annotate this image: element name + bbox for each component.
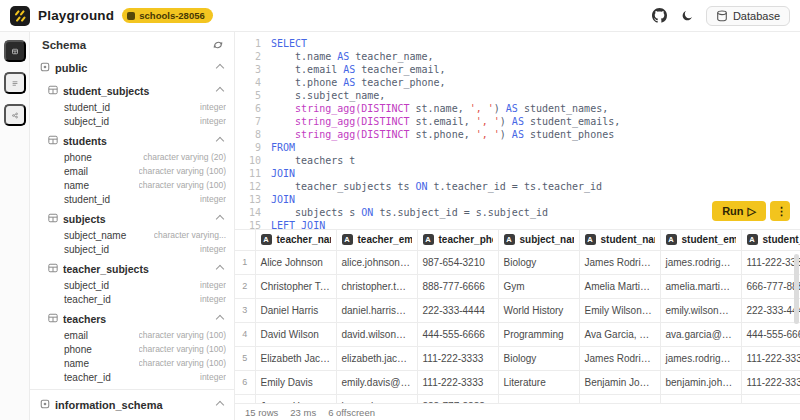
schema-tree-bottom: information_schema bbox=[30, 389, 234, 420]
result-cell[interactable]: christopher.taylor@... bbox=[336, 274, 417, 298]
result-cell[interactable]: Benjamin Johnson... bbox=[579, 370, 660, 394]
result-cell[interactable]: Daniel Harris bbox=[255, 298, 336, 322]
result-row[interactable]: 5Elizabeth Jacksonelizabeth.jackson@...1… bbox=[235, 346, 800, 370]
result-cell[interactable]: 987-654-3210 bbox=[417, 250, 498, 274]
result-cell[interactable]: benjamin.johnson@... bbox=[660, 370, 741, 394]
result-cell[interactable]: James Rodriguez, ... bbox=[579, 346, 660, 370]
result-cell[interactable]: emily.wilson@exam... bbox=[660, 298, 741, 322]
schema-item-information_schema[interactable]: information_schema bbox=[40, 395, 228, 415]
results-scrollbar[interactable] bbox=[794, 254, 799, 324]
column-header-teacher_phone[interactable]: Ateacher_phone bbox=[417, 230, 498, 250]
result-cell[interactable] bbox=[741, 394, 800, 403]
column-name: name bbox=[64, 358, 89, 369]
result-cell[interactable]: Emily Davis bbox=[255, 370, 336, 394]
run-button[interactable]: Run ▷ bbox=[712, 201, 766, 221]
column-name: student_id bbox=[64, 194, 110, 205]
result-cell[interactable]: Biology bbox=[498, 250, 579, 274]
result-cell[interactable]: ava.garcia@examp... bbox=[660, 322, 741, 346]
result-cell[interactable]: Emily Wilson, Olivia... bbox=[579, 298, 660, 322]
refresh-icon[interactable] bbox=[210, 37, 226, 53]
result-row[interactable]: 6Emily Davisemily.davis@examp...111-222-… bbox=[235, 370, 800, 394]
result-cell[interactable]: Ava Garcia, Charlot... bbox=[579, 322, 660, 346]
result-cell[interactable]: Programming bbox=[498, 322, 579, 346]
er-diagram-icon[interactable] bbox=[4, 104, 26, 126]
column-item-email: emailcharacter varying (100) bbox=[40, 328, 228, 342]
result-cell[interactable]: James Rodriguez, ... bbox=[579, 250, 660, 274]
result-cell[interactable]: james.rodriguez@e... bbox=[660, 346, 741, 370]
result-cell[interactable]: 888-777-6666 bbox=[417, 274, 498, 298]
column-type: character varying (100) bbox=[139, 358, 226, 368]
line-number: 5 bbox=[235, 89, 271, 102]
column-name: subject_id bbox=[64, 280, 109, 291]
result-cell[interactable]: 111-222-3333... bbox=[741, 250, 800, 274]
result-row[interactable]: 2Christopher Taylorchristopher.taylor@..… bbox=[235, 274, 800, 298]
result-cell[interactable]: David Wilson bbox=[255, 322, 336, 346]
schema-item-public[interactable]: public bbox=[40, 58, 228, 78]
result-cell[interactable]: 888-777-8888 bbox=[417, 394, 498, 403]
table-item-subjects[interactable]: subjects bbox=[40, 209, 228, 228]
result-cell[interactable]: daniel.harris@exam... bbox=[336, 298, 417, 322]
result-cell[interactable]: alice.johnson@exa... bbox=[336, 250, 417, 274]
result-cell[interactable]: Christopher Taylor bbox=[255, 274, 336, 298]
kebab-icon: ⋮ bbox=[776, 205, 787, 217]
result-cell[interactable]: 222-333-4444 bbox=[417, 298, 498, 322]
line-number: 12 bbox=[235, 180, 271, 193]
result-cell[interactable]: emily.davis@examp... bbox=[336, 370, 417, 394]
code-line: 2 t.name AS teacher_name, bbox=[235, 50, 800, 63]
result-cell[interactable]: james.hernandez@... bbox=[336, 394, 417, 403]
column-header-teacher_email[interactable]: Ateacher_email bbox=[336, 230, 417, 250]
chevron-up-icon bbox=[216, 136, 224, 144]
code-line: 4 t.phone AS teacher_phone, bbox=[235, 76, 800, 89]
result-row[interactable]: 1Alice Johnsonalice.johnson@exa...987-65… bbox=[235, 250, 800, 274]
column-item-teacher_id: teacher_idinteger bbox=[40, 370, 228, 384]
result-cell[interactable]: 111-222-3333 bbox=[417, 346, 498, 370]
result-cell[interactable]: Elizabeth Jackson bbox=[255, 346, 336, 370]
column-name: name bbox=[64, 180, 89, 191]
schema-explorer-icon[interactable] bbox=[4, 40, 26, 62]
result-cell[interactable]: Biology bbox=[498, 346, 579, 370]
result-cell[interactable] bbox=[579, 394, 660, 403]
result-cell[interactable]: Literature bbox=[498, 370, 579, 394]
result-cell[interactable]: amelia.martinez@e... bbox=[660, 274, 741, 298]
result-cell[interactable]: elizabeth.jackson@... bbox=[336, 346, 417, 370]
github-icon[interactable] bbox=[650, 6, 669, 25]
result-cell[interactable]: James Hernandez bbox=[255, 394, 336, 403]
sql-editor[interactable]: 1SELECT2 t.name AS teacher_name,3 t.emai… bbox=[235, 32, 800, 230]
table-item-teacher_subjects[interactable]: teacher_subjects bbox=[40, 259, 228, 278]
column-header-student_phones[interactable]: Astudent_phones bbox=[741, 230, 800, 250]
table-item-teachers[interactable]: teachers bbox=[40, 309, 228, 328]
result-cell[interactable]: Alice Johnson bbox=[255, 250, 336, 274]
result-cell[interactable]: 111-222-3333... bbox=[741, 346, 800, 370]
table-item-students[interactable]: students bbox=[40, 131, 228, 150]
chevron-up-icon bbox=[216, 214, 224, 222]
theme-toggle-moon-icon[interactable] bbox=[679, 7, 696, 24]
queries-icon[interactable] bbox=[4, 72, 26, 94]
project-badge[interactable]: schools-28056 bbox=[122, 8, 212, 23]
result-cell[interactable]: 666-777-8888... bbox=[741, 274, 800, 298]
result-row[interactable]: 3Daniel Harrisdaniel.harris@exam...222-3… bbox=[235, 298, 800, 322]
result-cell[interactable] bbox=[498, 394, 579, 403]
result-cell[interactable]: james.rodriguez@e... bbox=[660, 250, 741, 274]
top-bar: Playground schools-28056 Database bbox=[0, 0, 800, 32]
column-header-student_emails[interactable]: Astudent_emails bbox=[660, 230, 741, 250]
result-cell[interactable]: 444-555-6666 bbox=[417, 322, 498, 346]
result-cell[interactable]: Gym bbox=[498, 274, 579, 298]
result-cell[interactable]: 444-555-666... bbox=[741, 322, 800, 346]
column-header-student_names[interactable]: Astudent_names bbox=[579, 230, 660, 250]
result-cell[interactable]: 111-222-3333... bbox=[741, 370, 800, 394]
result-cell[interactable]: World History bbox=[498, 298, 579, 322]
table-item-student_subjects[interactable]: student_subjects bbox=[40, 81, 228, 100]
column-header-subject_name[interactable]: Asubject_name bbox=[498, 230, 579, 250]
run-options-button[interactable]: ⋮ bbox=[770, 201, 790, 221]
result-row[interactable]: 7James Hernandezjames.hernandez@...888-7… bbox=[235, 394, 800, 403]
result-cell[interactable]: Amelia Martinez, Is... bbox=[579, 274, 660, 298]
database-button[interactable]: Database bbox=[706, 6, 790, 26]
column-header-teacher_name[interactable]: Ateacher_name bbox=[255, 230, 336, 250]
result-cell[interactable]: david.wilson@exam... bbox=[336, 322, 417, 346]
result-row[interactable]: 4David Wilsondavid.wilson@exam...444-555… bbox=[235, 322, 800, 346]
result-cell[interactable]: 222-333-444... bbox=[741, 298, 800, 322]
column-header-label: teacher_email bbox=[358, 234, 412, 245]
result-cell[interactable]: 111-222-3333 bbox=[417, 370, 498, 394]
column-item-phone: phonecharacter varying (20) bbox=[40, 150, 228, 164]
result-cell[interactable] bbox=[660, 394, 741, 403]
